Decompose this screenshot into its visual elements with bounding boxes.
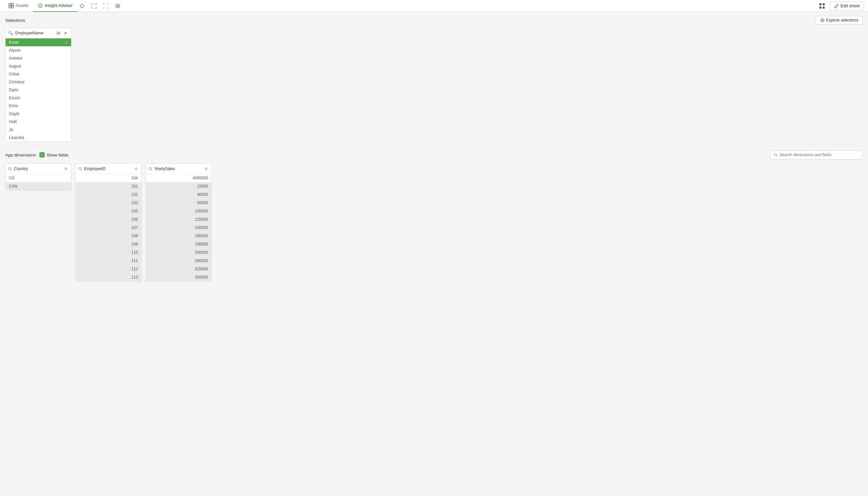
card-row[interactable]: 111 bbox=[76, 257, 141, 265]
card-row[interactable]: 50000 bbox=[146, 199, 211, 207]
tool-btn-4[interactable] bbox=[113, 1, 122, 11]
card-row[interactable]: 104 bbox=[76, 174, 141, 182]
card-row[interactable]: 190000 bbox=[146, 240, 211, 248]
card-title: YearlySales bbox=[154, 167, 202, 171]
explore-selections-button[interactable]: Explore selections bbox=[816, 16, 863, 25]
svg-point-31 bbox=[79, 167, 81, 170]
card-row[interactable]: 125000 bbox=[146, 215, 211, 224]
filter-item[interactable]: August bbox=[6, 62, 71, 70]
card-row[interactable]: 112 bbox=[76, 265, 141, 273]
card-row[interactable]: 150000 bbox=[146, 224, 211, 232]
tool-btn-2[interactable] bbox=[89, 1, 98, 11]
filter-item[interactable]: Kasie✓ bbox=[6, 38, 71, 46]
svg-line-28 bbox=[776, 156, 777, 156]
card-search-icon bbox=[8, 167, 12, 171]
card-body: 4000000150004000050000100000125000150000… bbox=[146, 174, 211, 282]
dimension-card: EmployeeID ≡ 104101102103105106107108109… bbox=[75, 164, 142, 282]
topbar-right: Edit sheet bbox=[817, 1, 864, 11]
dimension-card: Country ≡ USCAN bbox=[5, 164, 72, 191]
card-row[interactable]: 107 bbox=[76, 224, 141, 232]
circle-crosshair-icon bbox=[115, 3, 121, 9]
filter-item[interactable]: Darin bbox=[6, 86, 71, 94]
grid-view-button[interactable] bbox=[817, 1, 827, 11]
card-menu-btn[interactable]: ≡ bbox=[203, 166, 209, 171]
card-row[interactable]: CAN bbox=[6, 182, 71, 190]
card-row[interactable]: 40000 bbox=[146, 190, 211, 199]
card-row[interactable]: 108 bbox=[76, 232, 141, 240]
pencil-icon bbox=[834, 4, 839, 8]
card-row[interactable]: 100000 bbox=[146, 207, 211, 215]
tab-assets[interactable]: Assets bbox=[4, 0, 33, 12]
card-search-icon bbox=[148, 167, 152, 171]
edit-sheet-label: Edit sheet bbox=[840, 3, 860, 8]
card-title: Country bbox=[14, 167, 61, 171]
show-fields-toggle[interactable]: ✓ Show fields bbox=[40, 152, 68, 157]
filter-field-name: EmployeeName bbox=[15, 31, 53, 35]
card-row[interactable]: 185000 bbox=[146, 232, 211, 240]
card-row[interactable]: 350000 bbox=[146, 273, 211, 282]
search-icon bbox=[774, 153, 778, 157]
card-row[interactable]: 325000 bbox=[146, 265, 211, 273]
card-row[interactable]: 113 bbox=[76, 273, 141, 282]
grid-icon bbox=[819, 3, 825, 9]
svg-rect-3 bbox=[12, 6, 14, 8]
edit-sheet-button[interactable]: Edit sheet bbox=[830, 1, 864, 10]
svg-rect-18 bbox=[819, 6, 821, 9]
card-menu-btn[interactable]: ≡ bbox=[133, 166, 139, 171]
filter-item[interactable]: Erinn bbox=[6, 102, 71, 110]
card-row[interactable]: 4000000 bbox=[146, 174, 211, 182]
card-body: 104101102103105106107108109110111112113 bbox=[76, 174, 141, 282]
svg-line-32 bbox=[81, 169, 82, 170]
svg-point-5 bbox=[80, 4, 84, 7]
card-row[interactable]: 110 bbox=[76, 248, 141, 257]
filter-item[interactable]: Chloe bbox=[6, 70, 71, 78]
filter-header: 🔍 EmployeeName ✕ bbox=[6, 28, 71, 38]
card-menu-btn[interactable]: ≡ bbox=[63, 166, 68, 171]
svg-rect-2 bbox=[9, 6, 11, 8]
tool-btn-1[interactable] bbox=[77, 1, 87, 11]
filter-item[interactable]: Antoine bbox=[6, 54, 71, 62]
tool-btn-3[interactable] bbox=[101, 1, 110, 11]
card-search-icon bbox=[78, 167, 82, 171]
filter-item[interactable]: Lisandra bbox=[6, 134, 71, 142]
checkmark-icon: ✓ bbox=[65, 41, 68, 45]
dimensions-area: App dimensions ✓ Show fields Country ≡ U… bbox=[0, 146, 868, 496]
svg-rect-19 bbox=[823, 6, 825, 9]
filter-list-icon-btn[interactable] bbox=[55, 30, 61, 36]
card-row[interactable]: 250000 bbox=[146, 248, 211, 257]
card-row[interactable]: 280000 bbox=[146, 257, 211, 265]
dimension-cards: Country ≡ USCAN EmployeeID ≡ 10410110210… bbox=[5, 164, 863, 282]
svg-point-11 bbox=[117, 5, 119, 6]
card-row[interactable]: 103 bbox=[76, 199, 141, 207]
dimension-card: YearlySales ≡ 40000001500040000500001000… bbox=[145, 164, 212, 282]
filter-item[interactable]: Holli bbox=[6, 118, 71, 126]
selections-area: Selections Explore selections 🔍 Employee… bbox=[0, 12, 868, 146]
filter-item[interactable]: Ja bbox=[6, 126, 71, 134]
card-row[interactable]: 15000 bbox=[146, 182, 211, 190]
filter-item[interactable]: Gayle bbox=[6, 110, 71, 118]
card-row[interactable]: 101 bbox=[76, 182, 141, 190]
card-title: EmployeeID bbox=[84, 167, 131, 171]
card-row[interactable]: 102 bbox=[76, 190, 141, 199]
card-row[interactable]: 109 bbox=[76, 240, 141, 248]
filter-close-btn[interactable]: ✕ bbox=[63, 30, 68, 36]
search-dimensions-input[interactable] bbox=[780, 153, 859, 157]
dimensions-left: App dimensions ✓ Show fields bbox=[5, 152, 68, 157]
search-dimensions-box bbox=[770, 150, 863, 159]
list-icon bbox=[56, 31, 61, 35]
card-row[interactable]: US bbox=[6, 174, 71, 182]
filter-item[interactable]: Christine bbox=[6, 78, 71, 86]
svg-rect-17 bbox=[823, 3, 825, 5]
crosshair-icon bbox=[79, 3, 85, 9]
selections-title: Selections bbox=[5, 18, 25, 23]
card-row[interactable]: 106 bbox=[76, 215, 141, 224]
svg-line-30 bbox=[11, 169, 12, 170]
topbar-tools bbox=[77, 1, 122, 11]
toggle-checkbox-icon: ✓ bbox=[40, 152, 45, 157]
filter-item[interactable]: Alyson bbox=[6, 46, 71, 54]
card-row[interactable]: 105 bbox=[76, 207, 141, 215]
svg-rect-0 bbox=[9, 3, 11, 5]
filter-item[interactable]: Enoch bbox=[6, 94, 71, 102]
tab-insight-advisor[interactable]: Insight Advisor bbox=[33, 0, 77, 12]
expand-icon bbox=[91, 3, 97, 9]
